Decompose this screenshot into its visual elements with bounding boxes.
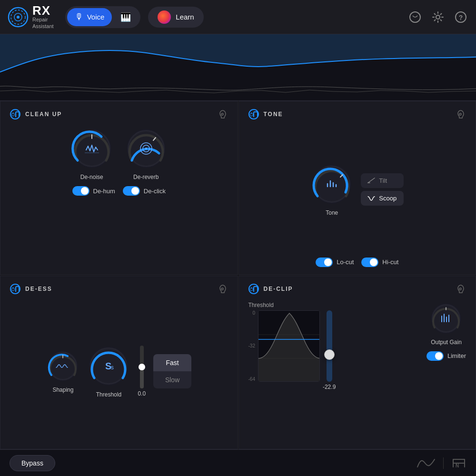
mode-voice-button[interactable]: 🎙 Voice bbox=[67, 8, 112, 26]
tone-knob[interactable] bbox=[310, 163, 353, 206]
declip-panel: DE-CLIP Threshold 0 -32 -64 bbox=[238, 276, 476, 450]
brand-logo-1 bbox=[416, 457, 436, 469]
cleanup-panel: CLEAN UP bbox=[0, 101, 238, 275]
locut-toggle[interactable] bbox=[316, 258, 333, 267]
chart-label-64: -64 bbox=[248, 377, 255, 382]
learn-button[interactable]: Learn bbox=[148, 7, 203, 28]
limiter-toggle-group[interactable]: Limiter bbox=[426, 351, 466, 361]
power-icon bbox=[11, 111, 15, 118]
mode-voice-label: Voice bbox=[87, 13, 105, 21]
tone-ear-icon[interactable] bbox=[456, 109, 466, 119]
declip-power-button[interactable] bbox=[248, 284, 259, 294]
fast-button[interactable]: Fast bbox=[153, 354, 191, 371]
dereverb-knob[interactable] bbox=[125, 127, 168, 170]
tone-power-icon bbox=[249, 111, 254, 118]
waveform-svg bbox=[0, 34, 476, 100]
logo-rx-label: RX bbox=[32, 4, 54, 17]
svg-line-31 bbox=[368, 178, 375, 183]
declip-content: Threshold 0 -32 -64 bbox=[248, 302, 466, 442]
declick-toggle[interactable] bbox=[123, 186, 140, 196]
music-icon: 🎹 bbox=[120, 12, 131, 22]
cleanup-knobs: De-noise De-reverb bbox=[10, 127, 228, 180]
svg-text:N: N bbox=[456, 463, 459, 468]
declick-toggle-thumb bbox=[131, 187, 139, 195]
cleanup-panel-title: CLEAN UP bbox=[25, 111, 62, 118]
output-gain-knob-group: Output Gain bbox=[429, 302, 463, 346]
tilt-button[interactable]: Tilt bbox=[361, 173, 404, 188]
declip-chart-row: 0 -32 -64 bbox=[248, 310, 336, 390]
dereverb-knob-group: De-reverb bbox=[125, 127, 168, 180]
header-icons: ? bbox=[407, 10, 468, 25]
logo-text: RX Repair Assistant bbox=[32, 4, 54, 29]
waveform-area[interactable] bbox=[0, 34, 476, 101]
mode-music-button[interactable]: 🎹 bbox=[113, 8, 139, 26]
tone-title-area: TONE bbox=[248, 109, 283, 119]
deess-panel-header: DE-ESS bbox=[10, 284, 228, 294]
rx-logo-icon bbox=[8, 7, 29, 28]
declick-toggle-group[interactable]: De-click bbox=[123, 186, 166, 196]
speed-buttons: Fast Slow bbox=[153, 354, 191, 388]
scoop-button[interactable]: Scoop bbox=[361, 191, 404, 206]
denoise-knob[interactable] bbox=[70, 127, 113, 170]
hicut-toggle-group[interactable]: Hi-cut bbox=[361, 258, 398, 267]
svg-point-20 bbox=[145, 148, 147, 149]
dehum-toggle-group[interactable]: De-hum bbox=[72, 186, 115, 196]
deess-threshold-value: 0.0 bbox=[138, 390, 146, 397]
limiter-toggle-thumb bbox=[435, 352, 443, 360]
locut-toggle-group[interactable]: Lo-cut bbox=[316, 258, 354, 267]
slow-button[interactable]: Slow bbox=[153, 371, 191, 388]
deess-title-area: DE-ESS bbox=[10, 284, 52, 294]
settings-icon[interactable] bbox=[430, 10, 446, 25]
voice-icon: 🎙 bbox=[75, 12, 83, 22]
footer: Bypass N bbox=[0, 449, 476, 476]
deess-panel: DE-ESS bbox=[0, 276, 238, 450]
deess-ear-icon[interactable] bbox=[218, 284, 228, 294]
deess-panel-title: DE-ESS bbox=[25, 286, 52, 292]
svg-point-5 bbox=[436, 15, 440, 19]
svg-point-11 bbox=[221, 113, 223, 115]
bypass-button[interactable]: Bypass bbox=[10, 455, 55, 471]
declip-panel-title: DE-CLIP bbox=[264, 286, 293, 292]
declip-chart bbox=[258, 310, 320, 382]
cleanup-title-area: CLEAN UP bbox=[10, 109, 62, 119]
tone-toggles: Lo-cut Hi-cut bbox=[248, 258, 466, 267]
header: RX Repair Assistant 🎙 Voice 🎹 Learn bbox=[0, 0, 476, 34]
limiter-toggle[interactable] bbox=[426, 351, 444, 361]
cleanup-ear-icon[interactable] bbox=[218, 109, 228, 119]
dehum-toggle[interactable] bbox=[72, 186, 89, 196]
svg-point-23 bbox=[459, 113, 461, 115]
svg-point-45 bbox=[459, 288, 461, 290]
dehum-toggle-thumb bbox=[81, 187, 89, 195]
tone-controls: Tone Tilt Scoop bbox=[248, 127, 466, 252]
deess-controls: Shaping S s Threshold bbox=[10, 302, 228, 442]
declip-slider-section[interactable]: -22.9 bbox=[323, 310, 336, 390]
deess-threshold-knob-group: S s Threshold bbox=[87, 345, 130, 398]
deess-threshold-slider[interactable]: 0.0 bbox=[138, 346, 146, 397]
deess-threshold-knob[interactable]: S s bbox=[87, 345, 130, 387]
chat-icon[interactable] bbox=[407, 10, 423, 25]
locut-label: Lo-cut bbox=[337, 258, 354, 266]
scoop-label: Scoop bbox=[379, 195, 397, 202]
shaping-knob[interactable] bbox=[46, 349, 79, 383]
main-content: CLEAN UP bbox=[0, 101, 476, 449]
declip-slider-track[interactable] bbox=[327, 310, 332, 382]
chart-y-axis: 0 -32 -64 bbox=[248, 310, 255, 382]
cleanup-toggles: De-hum De-click bbox=[10, 186, 228, 196]
deess-slider-track[interactable] bbox=[140, 346, 144, 388]
deess-slider-thumb[interactable] bbox=[139, 364, 145, 370]
declip-chart-svg bbox=[258, 311, 320, 382]
output-gain-knob[interactable] bbox=[429, 302, 463, 335]
hicut-toggle[interactable] bbox=[361, 258, 378, 267]
learn-label: Learn bbox=[176, 13, 194, 21]
denoise-label: De-noise bbox=[80, 174, 103, 180]
deess-power-icon bbox=[11, 286, 15, 292]
deess-power-button[interactable] bbox=[10, 284, 20, 294]
declip-slider-thumb[interactable] bbox=[324, 349, 335, 360]
declip-ear-icon[interactable] bbox=[456, 284, 466, 294]
cleanup-power-button[interactable] bbox=[10, 109, 20, 119]
output-gain-label: Output Gain bbox=[431, 339, 462, 346]
tilt-label: Tilt bbox=[379, 177, 387, 184]
locut-toggle-thumb bbox=[324, 258, 332, 266]
help-icon[interactable]: ? bbox=[453, 10, 468, 25]
tone-power-button[interactable] bbox=[248, 109, 259, 119]
